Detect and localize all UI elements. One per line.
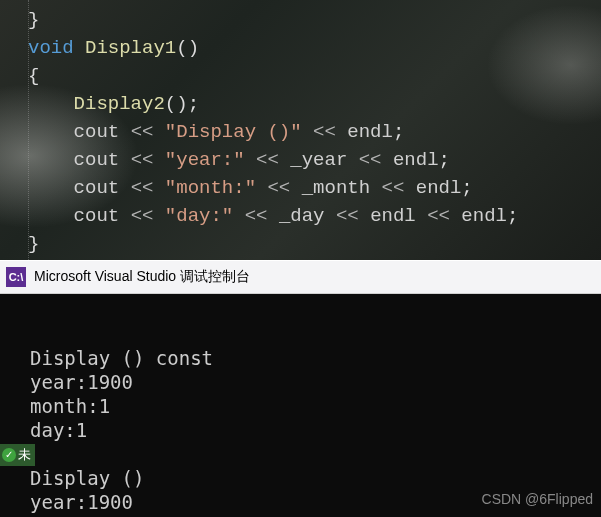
- console-line: day:1: [2, 418, 601, 442]
- badge-text: 未: [18, 443, 31, 467]
- code-line[interactable]: }: [0, 6, 601, 34]
- debug-console[interactable]: Display () constyear:1900month:1day:1 Di…: [0, 294, 601, 517]
- console-titlebar[interactable]: C:\ Microsoft Visual Studio 调试控制台: [0, 260, 601, 294]
- code-line[interactable]: cout << "Display ()" << endl;: [0, 118, 601, 146]
- visual-studio-icon: C:\: [6, 267, 26, 287]
- code-line[interactable]: void Display1(): [0, 34, 601, 62]
- console-line: [2, 442, 601, 466]
- check-icon: ✓: [2, 448, 16, 462]
- console-line: year:1900: [2, 370, 601, 394]
- code-line[interactable]: cout << "day:" << _day << endl << endl;: [0, 202, 601, 230]
- code-line[interactable]: cout << "month:" << _month << endl;: [0, 174, 601, 202]
- code-editor[interactable]: }void Display1(){ Display2(); cout << "D…: [0, 0, 601, 260]
- code-line[interactable]: }: [0, 230, 601, 258]
- code-line[interactable]: cout << "year:" << _year << endl;: [0, 146, 601, 174]
- code-line[interactable]: {: [0, 62, 601, 90]
- watermark: CSDN @6Flipped: [482, 487, 593, 511]
- status-badge[interactable]: ✓ 未: [0, 444, 35, 466]
- code-line[interactable]: Display2();: [0, 90, 601, 118]
- console-line: Display () const: [2, 346, 601, 370]
- console-line: month:1: [2, 394, 601, 418]
- console-title: Microsoft Visual Studio 调试控制台: [34, 268, 250, 286]
